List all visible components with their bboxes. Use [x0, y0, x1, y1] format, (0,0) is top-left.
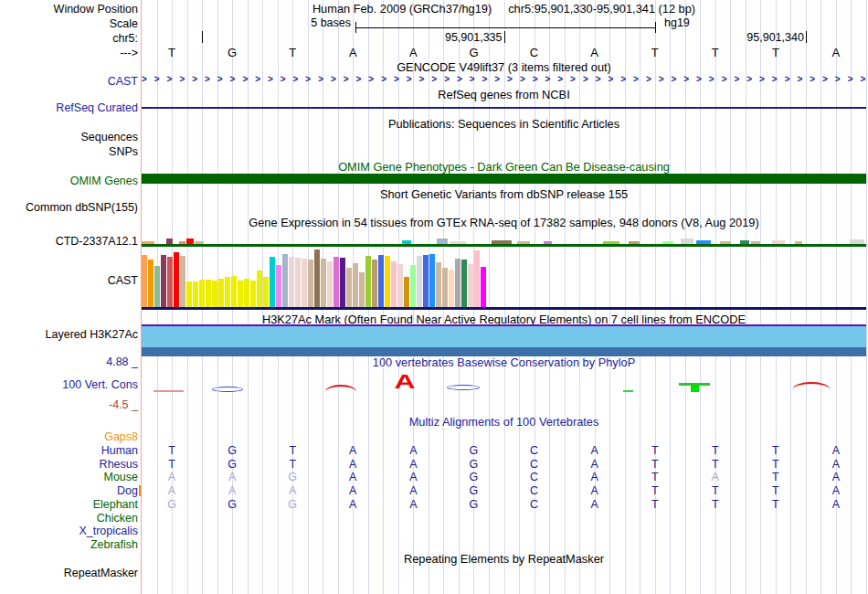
strand-arrow-icon: > — [419, 75, 425, 84]
alignment-base-letter: A — [824, 498, 848, 511]
gtex-tissue-bar — [167, 257, 173, 307]
strand-arrow-icon: > — [810, 75, 815, 84]
scale-row-label: Scale — [0, 17, 138, 30]
gtex-tissue-bar — [244, 279, 249, 307]
gtex-tissue-bar — [142, 255, 147, 307]
gtex-tissue-bar — [199, 280, 205, 307]
alignment-base-letter: G — [281, 498, 304, 511]
base-letter: A — [824, 47, 848, 59]
refseq-gene-line[interactable] — [142, 107, 866, 109]
gtex-tissue-bar — [461, 260, 467, 307]
gtex-title: Gene Expression in 54 tissues from GTEx … — [142, 217, 866, 229]
scale-bar-right-cap — [655, 22, 656, 33]
alignment-base-letter: A — [401, 484, 425, 497]
strand-arrow-icon: > — [772, 75, 778, 84]
alignment-base-letter: A — [220, 471, 244, 483]
alignment-row-label-chicken[interactable]: Chicken — [0, 512, 138, 525]
strand-arrow-icon: > — [557, 75, 563, 84]
omim-track-label[interactable]: OMIM Genes — [0, 175, 138, 187]
strand-arrow-icon: > — [305, 75, 311, 84]
snps-track-label[interactable]: SNPs — [0, 145, 138, 158]
strand-arrow-icon: > — [709, 75, 715, 84]
cast-gtex-bar-chart[interactable] — [142, 247, 866, 307]
alignment-row-label-x_tropicalis[interactable]: X_tropicalis — [0, 525, 138, 537]
alignment-row-label-dog[interactable]: Dog — [0, 484, 138, 497]
ruler-tick-label: 95,901,340 — [694, 32, 804, 44]
omim-gene-bar[interactable] — [142, 174, 866, 184]
conservation-hump — [325, 385, 356, 392]
sequences-track-label[interactable]: Sequences — [0, 131, 138, 143]
alignment-base-letter: G — [461, 458, 485, 471]
conservation-dash — [623, 390, 633, 392]
alignment-base-letter: T — [764, 471, 788, 483]
base-letter: T — [704, 47, 727, 59]
alignment-base-letter: C — [523, 444, 546, 457]
gencode-track-label[interactable]: CAST — [0, 75, 138, 88]
gtex-tissue-bar — [378, 255, 384, 307]
gtex-tissue-bar — [417, 256, 422, 307]
h3k27ac-signal-band[interactable] — [142, 326, 866, 347]
strand-arrow-icon: > — [860, 75, 865, 84]
alignment-row-label-mouse[interactable]: Mouse — [0, 471, 138, 483]
gridline — [866, 0, 867, 594]
alignment-base-letter: A — [401, 458, 425, 471]
cast-gene-strand-arrows[interactable]: >>>>>>>>>>>>>>>>>>>>>>>>>>>>>>>>>>>>>>>>… — [142, 75, 866, 84]
base-letter: A — [401, 47, 425, 59]
strand-arrow-icon: > — [646, 75, 651, 84]
alignment-row-label-gaps8[interactable]: Gaps8 — [0, 430, 138, 443]
strand-arrow-icon: > — [242, 75, 248, 84]
ctd-2337a12-track-label[interactable]: CTD-2337A12.1 — [0, 235, 138, 248]
gtex-tissue-bar — [372, 260, 377, 307]
strand-arrow-icon: > — [331, 75, 336, 84]
repeatmasker-track-label[interactable]: RepeatMasker — [0, 567, 138, 579]
gtex-tissue-bar — [474, 250, 480, 307]
alignment-base-letter: C — [523, 458, 546, 471]
refseq-track-label[interactable]: RefSeq Curated — [0, 101, 138, 114]
alignment-base-letter: T — [764, 498, 788, 511]
gtex-tissue-bar — [231, 276, 237, 307]
assembly-tag: hg19 — [664, 17, 690, 29]
alignment-base-letter: T — [704, 458, 727, 471]
gtex-tissue-bar — [250, 281, 256, 307]
gtex-tissue-bar — [429, 254, 435, 307]
conservation-letter-a: A — [381, 372, 429, 392]
alignment-base-letter: A — [401, 471, 425, 483]
alignment-base-letter: A — [824, 471, 848, 483]
gtex-tissue-bar — [436, 262, 441, 307]
h3k27ac-track-label[interactable]: Layered H3K27Ac — [0, 328, 138, 341]
strand-arrow-icon: > — [154, 75, 160, 84]
strand-arrow-icon: > — [293, 75, 299, 84]
alignment-base-letter: T — [643, 484, 667, 497]
gtex-tissue-bar — [206, 280, 211, 307]
strand-arrow-icon: > — [785, 75, 790, 84]
gtex-tissue-bar — [455, 259, 460, 307]
ctd-gtex-mini-chart[interactable] — [142, 236, 866, 244]
cast-gtex-track-label[interactable]: CAST — [0, 274, 138, 287]
alignment-base-letter: G — [461, 498, 485, 511]
gtex-tissue-bar — [174, 252, 179, 307]
gtex-tissue-bar — [359, 272, 365, 307]
base-letter: C — [523, 47, 546, 59]
alignment-base-letter: G — [281, 471, 304, 483]
alignment-row-label-human[interactable]: Human — [0, 444, 138, 457]
alignment-row-label-rhesus[interactable]: Rhesus — [0, 458, 138, 471]
ruler-tick — [202, 31, 203, 43]
strand-arrow-icon: > — [394, 75, 399, 84]
alignment-base-letter: T — [704, 484, 727, 497]
base-letter: T — [764, 47, 788, 59]
alignment-base-letter: A — [824, 484, 848, 497]
alignment-base-letter: A — [824, 458, 848, 471]
alignment-base-letter: G — [220, 498, 244, 511]
alignment-base-letter: T — [764, 444, 788, 457]
alignment-row-label-zebrafish[interactable]: Zebrafish — [0, 538, 138, 551]
gtex-tissue-bar — [180, 256, 185, 307]
gtex-tissue-bar — [161, 255, 166, 307]
alignment-base-letter: G — [461, 444, 485, 457]
phylop-track-label[interactable]: 100 Vert. Cons — [0, 378, 138, 391]
alignment-base-letter: T — [160, 458, 184, 471]
dbsnp-track-label[interactable]: Common dbSNP(155) — [0, 201, 138, 214]
alignment-row-label-elephant[interactable]: Elephant — [0, 498, 138, 511]
omim-title: OMIM Gene Phenotypes - Dark Green Can Be… — [142, 161, 866, 174]
alignment-base-letter: T — [643, 458, 667, 471]
alignment-base-letter: A — [583, 444, 607, 457]
